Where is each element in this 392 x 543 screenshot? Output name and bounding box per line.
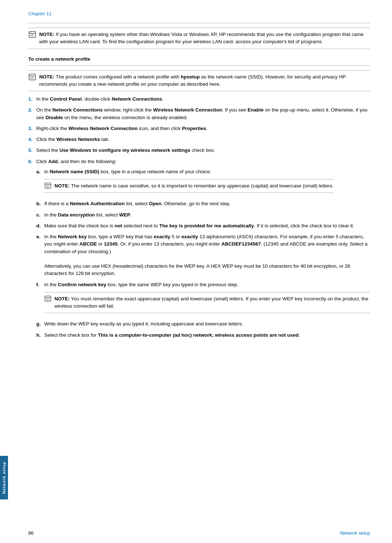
left-tab-label: Network setup xyxy=(0,456,8,499)
step-content-2: On the Network Connections window, right… xyxy=(36,106,370,121)
substep-content-b: If there is a Network Authentication lis… xyxy=(44,200,230,207)
substep-g: g. Write down the WEP key exactly as you… xyxy=(36,320,370,328)
substep-label-e: e. xyxy=(36,233,44,240)
substep-content-h: Select the check box for This is a compu… xyxy=(44,332,300,339)
substep-content-c: In the Data encryption list, select WEP. xyxy=(44,211,132,219)
left-tab-text: Network setup xyxy=(2,462,6,494)
substep-content-e: In the Network key box, type a WEP key t… xyxy=(44,233,370,277)
section-heading: To create a network profile xyxy=(28,56,370,62)
inner-note-text-3: NOTE: The network name is case sensitive… xyxy=(54,182,334,190)
step-content-1: In the Control Panel, double-click Netwo… xyxy=(36,96,163,103)
step-3: 3. Right-click the Wireless Network Conn… xyxy=(28,125,370,132)
substep-content-d: Make sure that the check box is not sele… xyxy=(44,222,354,230)
substep-d: d. Make sure that the check box is not s… xyxy=(36,222,370,230)
note-icon-2 xyxy=(28,73,36,81)
step-content-6: Click Add, and then do the following: a.… xyxy=(36,158,370,343)
sub-steps-list: a. In Network name (SSID) box, type in a… xyxy=(36,168,370,339)
substep-label-d: d. xyxy=(36,222,44,230)
inner-note-text-4: NOTE: You must remember the exact upperc… xyxy=(54,295,370,310)
inner-note-content-4: You must remember the exact uppercase (c… xyxy=(54,296,368,309)
note-block-2: NOTE: The product comes configured with … xyxy=(28,70,370,92)
svg-rect-5 xyxy=(29,74,36,80)
left-tab: Network setup xyxy=(0,0,10,543)
chapter-header: Chapter 11 xyxy=(28,11,370,16)
svg-text:✎: ✎ xyxy=(30,32,31,33)
inner-note-4: NOTE: You must remember the exact upperc… xyxy=(44,292,370,313)
top-divider xyxy=(28,23,370,23)
step-2: 2. On the Network Connections window, ri… xyxy=(28,106,370,121)
note-content-2a: The product comes configured with a netw… xyxy=(56,74,181,80)
substep-h: h. Select the check box for This is a co… xyxy=(36,332,370,339)
footer: 86 Network setup xyxy=(28,530,370,536)
step-num-1: 1. xyxy=(28,96,36,103)
note-svg-icon-2 xyxy=(28,73,36,81)
note-svg-icon-1: ✎ xyxy=(28,31,36,38)
step-6: 6. Click Add, and then do the following:… xyxy=(28,158,370,343)
substep-c: c. In the Data encryption list, select W… xyxy=(36,211,370,219)
step-num-3: 3. xyxy=(28,125,36,132)
substep-label-f: f. xyxy=(36,281,44,288)
step-4: 4. Click the Wireless Networks tab. xyxy=(28,136,370,143)
step-content-4: Click the Wireless Networks tab. xyxy=(36,136,110,143)
step-num-2: 2. xyxy=(28,106,36,114)
step-content-5: Select the Use Windows to configure my w… xyxy=(36,147,215,154)
inner-note-svg-3 xyxy=(44,182,52,189)
inner-note-label-3: NOTE: xyxy=(54,183,70,189)
substep-label-b: b. xyxy=(36,200,44,207)
note-bold-2: hpsetup xyxy=(181,74,200,80)
note-label-2: NOTE: xyxy=(39,74,54,80)
substep-a: a. In Network name (SSID) box, type in a… xyxy=(36,168,370,197)
step-num-4: 4. xyxy=(28,136,36,143)
substep-label-h: h. xyxy=(36,332,44,339)
inner-note-icon-4 xyxy=(44,295,52,302)
footer-page-number: 86 xyxy=(28,530,33,536)
substep-f: f. In the Confirm network key box, type … xyxy=(36,281,370,317)
main-steps-list: 1. In the Control Panel, double-click Ne… xyxy=(28,96,370,343)
substep-content-a: In Network name (SSID) box, type in a un… xyxy=(44,168,334,197)
step-content-3: Right-click the Wireless Network Connect… xyxy=(36,125,208,132)
substep-label-c: c. xyxy=(36,211,44,219)
note-text-2: NOTE: The product comes configured with … xyxy=(39,73,370,88)
substep-e: e. In the Network key box, type a WEP ke… xyxy=(36,233,370,277)
svg-rect-13 xyxy=(45,296,51,301)
inner-note-icon-3 xyxy=(44,182,52,189)
note-text-1: NOTE: If you have an operating system ot… xyxy=(39,31,370,46)
step-num-5: 5. xyxy=(28,147,36,154)
inner-note-label-4: NOTE: xyxy=(54,296,70,301)
main-content: Chapter 11 ✎ NOTE: If you have an operat… xyxy=(10,0,392,543)
step-1: 1. In the Control Panel, double-click Ne… xyxy=(28,96,370,103)
substep-label-a: a. xyxy=(36,168,44,175)
substep-content-f: In the Confirm network key box, type the… xyxy=(44,281,370,317)
svg-rect-9 xyxy=(45,183,51,188)
footer-section-label: Network setup xyxy=(340,530,370,536)
note-icon-1: ✎ xyxy=(28,31,36,38)
section-divider xyxy=(28,65,370,66)
step-5: 5. Select the Use Windows to configure m… xyxy=(28,147,370,154)
note-content-1: If you have an operating system other th… xyxy=(39,32,364,44)
substep-content-g: Write down the WEP key exactly as you ty… xyxy=(44,320,243,328)
note-label-1: NOTE: xyxy=(39,32,54,37)
inner-note-3: NOTE: The network name is case sensitive… xyxy=(44,179,334,193)
inner-note-svg-4 xyxy=(44,295,52,302)
note-block-1: ✎ NOTE: If you have an operating system … xyxy=(28,28,370,49)
step-num-6: 6. xyxy=(28,158,36,165)
substep-label-g: g. xyxy=(36,320,44,328)
substep-b: b. If there is a Network Authentication … xyxy=(36,200,370,207)
inner-note-content-3: The network name is case sensitive, so i… xyxy=(71,183,334,189)
